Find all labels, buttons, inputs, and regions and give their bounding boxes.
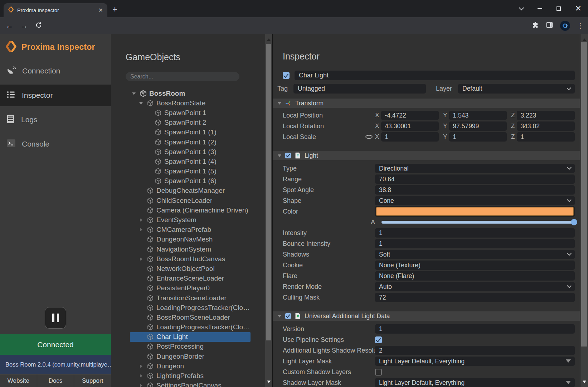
type-dropdown[interactable]: Directional bbox=[375, 164, 575, 173]
scroll-up-arrow-icon[interactable] bbox=[267, 37, 271, 41]
layer-dropdown[interactable]: Default bbox=[458, 84, 575, 94]
tree-item-spawnpoint-1-6[interactable]: SpawnPoint 1 (6) bbox=[130, 176, 251, 186]
collapse-arrow-icon[interactable] bbox=[139, 384, 146, 387]
custom-shadow-layers-checkbox[interactable] bbox=[375, 369, 382, 376]
tree-item-spawnpoint-1-2[interactable]: SpawnPoint 1 (2) bbox=[130, 137, 251, 147]
spot-angle-field[interactable]: 38.8 bbox=[375, 185, 575, 195]
tree-item-navigationsystem[interactable]: NavigationSystem bbox=[130, 244, 251, 254]
side-panel-icon[interactable] bbox=[546, 21, 553, 30]
scroll-up-arrow-icon[interactable] bbox=[583, 37, 586, 41]
tree-item-camera-cinemachine-driven[interactable]: Camera (Cinemachine Driven) bbox=[130, 205, 251, 215]
local-rotation-x-input[interactable] bbox=[381, 121, 439, 131]
inspector-scrollbar[interactable] bbox=[580, 34, 588, 387]
local-rotation-y-input[interactable] bbox=[449, 121, 507, 131]
shape-dropdown[interactable]: Cone bbox=[375, 196, 575, 205]
light-layer-mask-dropdown[interactable]: Light Layer Default, Everything bbox=[375, 357, 575, 366]
docs-link[interactable]: Docs bbox=[37, 374, 74, 387]
tree-item-spawnpoint-1-3[interactable]: SpawnPoint 1 (3) bbox=[130, 147, 251, 157]
minimize-button[interactable] bbox=[538, 8, 542, 9]
support-link[interactable]: Support bbox=[74, 374, 111, 387]
extensions-puzzle-icon[interactable] bbox=[532, 22, 539, 30]
local-rotation-z-input[interactable] bbox=[517, 121, 575, 131]
color-swatch[interactable] bbox=[375, 206, 575, 217]
tree-item-settingspanelcanvas[interactable]: SettingsPanelCanvas bbox=[130, 381, 251, 387]
tree-item-spawnpoint-1-4[interactable]: SpawnPoint 1 (4) bbox=[130, 157, 251, 166]
collapse-arrow-icon[interactable] bbox=[139, 257, 146, 261]
scroll-down-arrow-icon[interactable] bbox=[583, 381, 586, 385]
local-position-z-input[interactable] bbox=[517, 111, 575, 120]
search-input[interactable] bbox=[126, 72, 239, 81]
alpha-slider[interactable] bbox=[382, 221, 575, 224]
browser-tab[interactable]: Proxima Inspector ✕ bbox=[4, 3, 107, 17]
tree-item-lightingprefabs[interactable]: LightingPrefabs bbox=[130, 371, 251, 381]
gameobjects-scrollbar[interactable] bbox=[265, 34, 272, 387]
section-header-transform[interactable]: Transform bbox=[273, 99, 580, 108]
website-link[interactable]: Website bbox=[0, 374, 37, 387]
flare-field[interactable]: None (Flare) bbox=[375, 271, 575, 281]
tree-item-persistentplayer0[interactable]: PersistentPlayer0 bbox=[130, 283, 251, 293]
collapse-arrow-icon[interactable] bbox=[278, 315, 281, 319]
tab-close-icon[interactable]: ✕ bbox=[98, 8, 103, 13]
additional-lights-shadow-resoluti-field[interactable]: 2 bbox=[375, 346, 575, 355]
range-field[interactable]: 70.64 bbox=[375, 175, 575, 184]
collapse-arrow-icon[interactable] bbox=[139, 364, 146, 368]
new-tab-button[interactable]: + bbox=[112, 4, 117, 14]
reload-button[interactable] bbox=[35, 22, 42, 30]
collapse-arrow-icon[interactable] bbox=[278, 154, 281, 159]
collapse-arrow-icon[interactable] bbox=[139, 218, 146, 222]
culling-mask-field[interactable]: 72 bbox=[375, 293, 575, 302]
expand-arrow-icon[interactable] bbox=[139, 100, 146, 106]
tree-item-eventsystem[interactable]: EventSystem bbox=[130, 215, 251, 225]
maximize-button[interactable] bbox=[557, 6, 561, 11]
scroll-down-arrow-icon[interactable] bbox=[267, 381, 271, 385]
bounce-intensity-field[interactable]: 1 bbox=[375, 239, 575, 248]
local-scale-z-input[interactable] bbox=[517, 132, 575, 142]
tab-search-chevron-icon[interactable] bbox=[519, 5, 524, 10]
gameobject-name-input[interactable] bbox=[295, 71, 575, 80]
expand-arrow-icon[interactable] bbox=[132, 90, 139, 97]
collapse-arrow-icon[interactable] bbox=[139, 374, 146, 378]
sidebar-item-console[interactable]: Console bbox=[0, 133, 111, 155]
local-position-y-input[interactable] bbox=[449, 111, 507, 120]
profile-avatar[interactable] bbox=[560, 21, 570, 31]
browser-menu-kebab-icon[interactable]: ⋮ bbox=[577, 22, 584, 30]
local-position-x-input[interactable] bbox=[381, 111, 439, 120]
section-header-universal-additional-light-data[interactable]: #Universal Additional Light Data bbox=[273, 311, 580, 321]
tree-item-debugcheatsmanager[interactable]: DebugCheatsManager bbox=[130, 186, 251, 196]
component-enabled-checkbox[interactable] bbox=[285, 153, 291, 158]
tree-item-char-light[interactable]: Char Light bbox=[130, 332, 251, 342]
gameobject-enabled-checkbox[interactable] bbox=[283, 72, 290, 79]
sidebar-item-inspector[interactable]: Inspector bbox=[0, 85, 111, 106]
pause-button[interactable] bbox=[45, 307, 66, 329]
tree-item-bossroomsceneloader[interactable]: BossRoomSceneLoader bbox=[130, 312, 251, 322]
tree-item-networkobjectpool[interactable]: NetworkObjectPool bbox=[130, 264, 251, 273]
local-scale-x-input[interactable] bbox=[381, 132, 439, 142]
tree-item-spawnpoint-1[interactable]: SpawnPoint 1 bbox=[130, 108, 251, 118]
tree-item-entrancesceneloader[interactable]: EntranceSceneLoader bbox=[130, 274, 251, 283]
tag-field[interactable]: Untagged bbox=[293, 84, 426, 94]
sidebar-item-logs[interactable]: Logs bbox=[0, 109, 111, 130]
tree-item-bossroomstate[interactable]: BossRoomState bbox=[130, 98, 251, 108]
tree-item-bossroom[interactable]: BossRoom bbox=[130, 89, 251, 98]
scrollbar-thumb[interactable] bbox=[266, 44, 271, 340]
local-scale-y-input[interactable] bbox=[449, 132, 507, 142]
tree-item-bossroomhudcanvas[interactable]: BossRoomHudCanvas bbox=[130, 254, 251, 264]
back-button[interactable]: ← bbox=[6, 22, 13, 30]
tree-item-childsceneloader[interactable]: ChildSceneLoader bbox=[130, 196, 251, 205]
window-close-button[interactable]: ✕ bbox=[575, 5, 582, 12]
tree-item-dungeonnavmesh[interactable]: DungeonNavMesh bbox=[130, 235, 251, 244]
cookie-field[interactable]: None (Texture) bbox=[375, 261, 575, 270]
tree-item-loadingprogresstracker-clone[interactable]: LoadingProgressTracker(Clone) bbox=[130, 322, 251, 332]
render-mode-dropdown[interactable]: Auto bbox=[375, 282, 575, 291]
tree-item-spawnpoint-1-1[interactable]: SpawnPoint 1 (1) bbox=[130, 128, 251, 137]
tree-item-cmcameraprefab[interactable]: CMCameraPrefab bbox=[130, 225, 251, 235]
component-enabled-checkbox[interactable] bbox=[285, 313, 291, 319]
tree-item-loadingprogresstracker-clone[interactable]: LoadingProgressTracker(Clone) bbox=[130, 303, 251, 312]
collapse-arrow-icon[interactable] bbox=[139, 228, 146, 231]
slider-thumb[interactable] bbox=[571, 219, 577, 225]
sidebar-item-connection[interactable]: Connection bbox=[0, 60, 111, 82]
tree-item-dungeon[interactable]: Dungeon bbox=[130, 361, 251, 371]
collapse-arrow-icon[interactable] bbox=[278, 102, 281, 106]
use-pipeline-settings-checkbox[interactable] bbox=[375, 336, 382, 343]
scrollbar-thumb[interactable] bbox=[581, 42, 587, 347]
